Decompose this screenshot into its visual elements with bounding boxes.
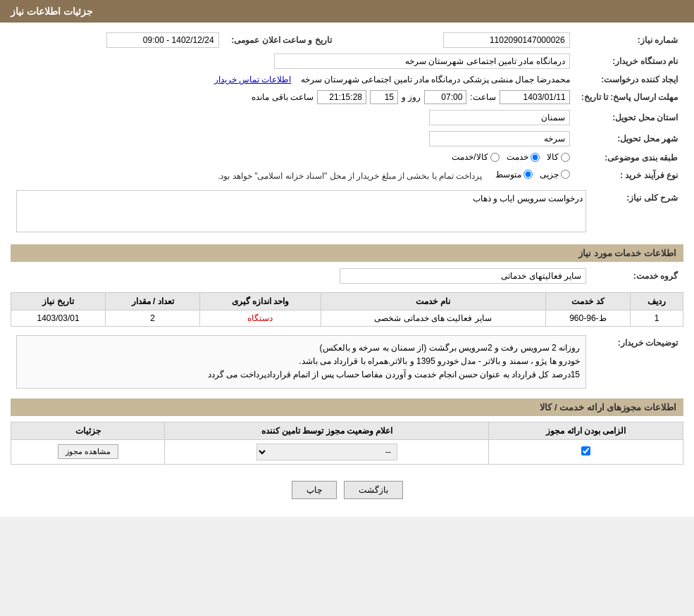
noFarayand-motosat-radio[interactable] bbox=[523, 170, 533, 179]
cell-tedad: 2 bbox=[106, 310, 200, 327]
sharh-label: شرح کلی نیاز: bbox=[592, 187, 683, 237]
tabaqe-kalaKhadamat-label: کالا/خدمت bbox=[452, 152, 488, 162]
page-title: جزئیات اطلاعات نیاز bbox=[11, 6, 93, 17]
info-section: شماره نیاز: تاریخ و ساعت اعلان عمومی: نا… bbox=[11, 30, 683, 184]
col-radif: ردیف bbox=[631, 293, 683, 310]
table-row: 1 ط-96-960 سایر فعالیت های خدماتی شخصی د… bbox=[11, 310, 683, 327]
page-header: جزئیات اطلاعات نیاز bbox=[0, 0, 694, 23]
grooh-input[interactable] bbox=[340, 268, 586, 284]
tabaqe-label: طبقه بندی موضوعی: bbox=[576, 149, 683, 167]
rooz-input[interactable] bbox=[370, 90, 398, 104]
mojavez-section-title: اطلاعات مجوزهای ارائه خدمت / کالا bbox=[11, 398, 683, 416]
noFarayand-jozi[interactable]: جزیی bbox=[540, 170, 570, 180]
khadamat-section-title: اطلاعات خدمات مورد نیاز bbox=[11, 244, 683, 262]
tawzih-label: توضیحات خریدار: bbox=[592, 332, 683, 391]
elzami-checkbox[interactable] bbox=[581, 446, 590, 455]
tabaqe-radio-group: کالا خدمت کالا/خدمت bbox=[452, 152, 569, 162]
elzami-cell bbox=[489, 439, 683, 464]
ostan-input[interactable] bbox=[429, 110, 570, 125]
shomareNiaz-input[interactable] bbox=[443, 32, 570, 48]
ijadKonande-label: ایجاد کننده درخواست: bbox=[576, 72, 683, 87]
tawzih-section: توضیحات خریدار: روزانه 2 سرویس رفت و 2سر… bbox=[11, 332, 683, 391]
remaining-time-input[interactable] bbox=[317, 90, 366, 104]
tabaqe-khadamat[interactable]: خدمت bbox=[507, 152, 540, 162]
grooh-label: گروه خدمت: bbox=[592, 265, 683, 287]
rooz-label: روز و bbox=[402, 92, 421, 102]
view-mojavez-button[interactable]: مشاهده مجوز bbox=[58, 444, 118, 459]
noFarayand-motosat[interactable]: متوسط bbox=[495, 170, 533, 180]
ostan-label: استان محل تحویل: bbox=[576, 107, 683, 128]
tabaqe-kala[interactable]: کالا bbox=[547, 152, 570, 162]
col-elzami: الزامی بودن ارائه مجوز bbox=[489, 422, 683, 439]
mohlatTime-label: ساعت: bbox=[470, 92, 495, 102]
footer-buttons: بازگشت چاپ bbox=[11, 470, 683, 510]
tabaqe-kala-label: کالا bbox=[547, 152, 559, 162]
mojavez-table: الزامی بودن ارائه مجوز اعلام وضعیت مجوز … bbox=[11, 422, 683, 465]
mohlatDate-input[interactable] bbox=[500, 90, 570, 104]
shahr-label: شهر محل تحویل: bbox=[576, 128, 683, 149]
shomareNiaz-label: شماره نیاز: bbox=[576, 30, 683, 51]
noFarayand-motosat-label: متوسط bbox=[495, 170, 521, 180]
cell-vahed: دستگاه bbox=[200, 310, 321, 327]
mojavez-row: -- مشاهده مجوز bbox=[11, 439, 683, 464]
print-button[interactable]: چاپ bbox=[292, 481, 337, 499]
tabaqe-kalaKhadamat[interactable]: کالا/خدمت bbox=[452, 152, 499, 162]
namDastgah-label: نام دستگاه خریدار: bbox=[576, 51, 683, 72]
cell-tarikh: 1403/03/01 bbox=[11, 310, 106, 327]
shahr-input[interactable] bbox=[429, 131, 570, 146]
col-kod: کد خدمت bbox=[545, 293, 631, 310]
status-select[interactable]: -- bbox=[256, 444, 397, 460]
col-nam: نام خدمت bbox=[321, 293, 545, 310]
namDastgah-input[interactable] bbox=[274, 54, 570, 69]
sharh-section: شرح کلی نیاز: bbox=[11, 187, 683, 237]
tabaqe-khadamat-label: خدمت bbox=[507, 152, 528, 162]
mohlatTime-input[interactable] bbox=[424, 90, 466, 104]
grooh-section: گروه خدمت: bbox=[11, 265, 683, 287]
tawzih-text: روزانه 2 سرویس رفت و 2سرویس برگشت (از سم… bbox=[208, 343, 580, 379]
noFarayand-label: نوع فرآیند خرید : bbox=[576, 167, 683, 184]
sharh-textarea[interactable] bbox=[16, 190, 586, 232]
tabaqe-khadamat-radio[interactable] bbox=[531, 153, 540, 162]
tamas-khardar-link[interactable]: اطلاعات تماس خریدار bbox=[214, 75, 292, 84]
cell-nam: سایر فعالیت های خدماتی شخصی bbox=[321, 310, 545, 327]
tawzih-box: روزانه 2 سرویس رفت و 2سرویس برگشت (از سم… bbox=[16, 335, 586, 389]
khadamat-table: ردیف کد خدمت نام خدمت واحد اندازه گیری ت… bbox=[11, 292, 683, 327]
back-button[interactable]: بازگشت bbox=[344, 481, 403, 499]
noFarayand-jozi-radio[interactable] bbox=[561, 170, 570, 179]
noFarayand-jozi-label: جزیی bbox=[540, 170, 559, 180]
mohlatErsal-label: مهلت ارسال پاسخ: تا تاریخ: bbox=[576, 87, 683, 107]
cell-kod: ط-96-960 bbox=[545, 310, 631, 327]
tabaqe-kalaKhadamat-radio[interactable] bbox=[490, 153, 500, 162]
col-status: اعلام وضعیت مجوز توسط تامین کننده bbox=[165, 422, 489, 439]
noFarayand-radio-group: جزیی متوسط bbox=[495, 170, 570, 180]
tarikhAelam-input[interactable] bbox=[106, 32, 219, 48]
tarikhAelam-label: تاریخ و ساعت اعلان عمومی: bbox=[225, 30, 337, 51]
ijadKonande-value: محمدرضا جمال منشی پزشکی درمانگاه مادر تا… bbox=[301, 75, 570, 84]
col-vahed: واحد اندازه گیری bbox=[200, 293, 321, 310]
cell-radif: 1 bbox=[631, 310, 683, 327]
details-cell: مشاهده مجوز bbox=[11, 439, 165, 464]
col-tedad: تعداد / مقدار bbox=[106, 293, 200, 310]
noFarayand-desc: پرداخت تمام یا بخشی از مبلغ خریدار از مح… bbox=[218, 171, 482, 181]
col-tarikh: تاریخ نیاز bbox=[11, 293, 106, 310]
tabaqe-kala-radio[interactable] bbox=[561, 153, 570, 162]
col-details: جزئیات bbox=[11, 422, 165, 439]
status-cell: -- bbox=[165, 439, 489, 464]
saat-label: ساعت باقی مانده bbox=[252, 92, 314, 102]
